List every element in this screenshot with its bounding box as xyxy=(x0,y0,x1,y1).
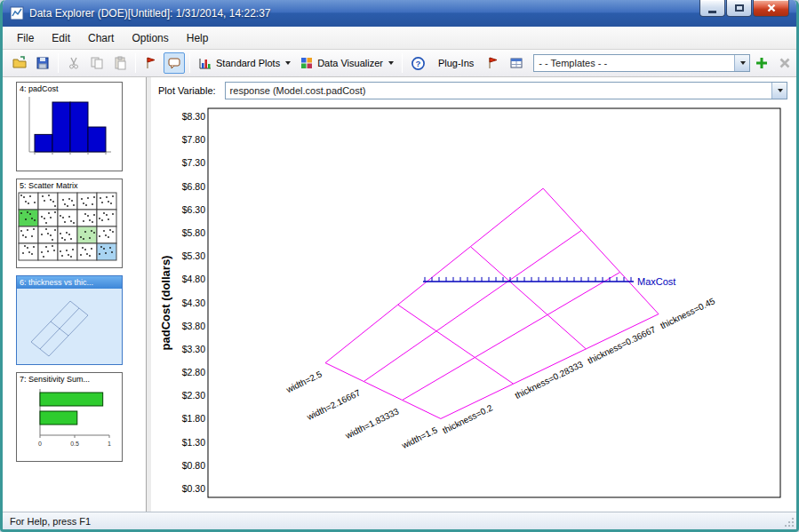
svg-text:1: 1 xyxy=(108,441,111,447)
title-bar[interactable]: Data Explorer (DOE)[Untitled]: 1/31/2014… xyxy=(3,0,796,27)
template-window-button[interactable] xyxy=(506,52,527,74)
svg-text:$5.80: $5.80 xyxy=(182,227,205,238)
svg-text:$2.30: $2.30 xyxy=(182,390,205,401)
thumbnail-padcost[interactable]: 4: padCost xyxy=(16,82,123,171)
svg-text:MaxCost: MaxCost xyxy=(637,276,675,287)
menu-bar: File Edit Chart Options Help xyxy=(3,27,796,50)
paste-icon xyxy=(113,56,127,70)
help-button[interactable]: ? xyxy=(407,52,429,75)
svg-text:$0.30: $0.30 xyxy=(182,483,205,494)
status-bar: For Help, press F1 xyxy=(3,512,796,529)
thumbnail-label: 5: Scatter Matrix xyxy=(17,179,122,190)
plot-variable-label: Plot Variable: xyxy=(158,85,216,96)
x-icon xyxy=(778,56,792,70)
menu-options[interactable]: Options xyxy=(123,28,177,48)
window-grid-icon xyxy=(509,56,523,70)
chevron-down-icon xyxy=(285,61,291,65)
carpet-plot-svg: $8.30$7.80$7.30$6.80$6.30$5.80$5.30$4.80… xyxy=(161,102,781,499)
standard-plots-label: Standard Plots xyxy=(216,58,280,68)
main-panel: Plot Variable: response (Model.cost.padC… xyxy=(151,77,796,512)
thumbnail-sidebar: 4: padCost 5: Scatter Matrix 6: thicknes… xyxy=(3,77,147,512)
thumbnail-label: 7: Sensitivity Sum... xyxy=(17,373,122,384)
menu-file[interactable]: File xyxy=(8,28,43,48)
svg-text:$8.30: $8.30 xyxy=(182,111,205,122)
open-button[interactable] xyxy=(9,52,30,74)
flag-button[interactable] xyxy=(140,52,162,74)
toolbar-separator xyxy=(58,53,59,73)
standard-plots-button[interactable]: Standard Plots xyxy=(195,52,294,74)
save-button[interactable] xyxy=(32,52,53,74)
save-icon xyxy=(36,56,50,70)
toolbar-separator xyxy=(189,53,190,73)
plugins-button[interactable]: Plug-Ins xyxy=(431,54,481,72)
minimize-icon xyxy=(708,11,716,13)
resize-grip[interactable] xyxy=(783,516,795,528)
menu-chart[interactable]: Chart xyxy=(79,28,123,48)
flag-icon xyxy=(144,56,158,70)
templates-value: - - Templates - - xyxy=(534,58,734,68)
svg-text:$7.30: $7.30 xyxy=(182,157,205,168)
bar-chart-icon xyxy=(198,56,212,70)
open-icon xyxy=(12,56,27,70)
minimize-button[interactable] xyxy=(699,0,725,17)
chevron-down-icon xyxy=(388,61,394,65)
cut-button[interactable] xyxy=(63,52,84,74)
histogram-thumbnail xyxy=(17,93,122,168)
close-button[interactable] xyxy=(753,0,789,17)
cut-icon xyxy=(67,56,81,70)
svg-text:0: 0 xyxy=(38,441,42,447)
data-visualizer-button[interactable]: Data Visualizer xyxy=(296,52,397,74)
thumbnail-thickness-vs-thickness[interactable]: 6: thickness vs thic... xyxy=(16,275,123,365)
chevron-down-icon xyxy=(740,61,746,65)
svg-text:0.5: 0.5 xyxy=(70,441,79,447)
comment-icon xyxy=(167,56,181,70)
add-template-button[interactable] xyxy=(751,52,772,74)
menu-help[interactable]: Help xyxy=(178,28,218,48)
maximize-icon xyxy=(735,4,744,12)
content-area: 4: padCost 5: Scatter Matrix 6: thicknes… xyxy=(3,77,796,512)
toolbar-separator xyxy=(135,53,136,73)
data-visualizer-label: Data Visualizer xyxy=(317,58,383,68)
svg-text:$5.30: $5.30 xyxy=(182,250,205,261)
menu-edit[interactable]: Edit xyxy=(43,28,79,48)
flag-icon xyxy=(486,56,500,70)
svg-text:$7.80: $7.80 xyxy=(182,134,205,145)
thumbnail-sensitivity-summary[interactable]: 7: Sensitivity Sum... 00.51 xyxy=(16,372,123,462)
svg-text:$4.30: $4.30 xyxy=(182,298,205,308)
svg-text:$6.80: $6.80 xyxy=(182,181,205,192)
copy-button[interactable] xyxy=(86,52,108,74)
comments-toggle-button[interactable] xyxy=(164,52,185,74)
maximize-button[interactable] xyxy=(726,0,752,17)
svg-text:$3.80: $3.80 xyxy=(182,321,205,331)
plot-variable-combobox[interactable]: response (Model.cost.padCost) xyxy=(225,82,787,99)
svg-text:$0.80: $0.80 xyxy=(182,460,205,471)
chevron-down-icon xyxy=(778,89,783,92)
thumbnail-scatter-matrix[interactable]: 5: Scatter Matrix xyxy=(16,179,123,268)
paste-button[interactable] xyxy=(109,52,131,74)
plugins-label: Plug-Ins xyxy=(438,58,474,68)
thumbnail-label: 4: padCost xyxy=(17,83,122,93)
templates-combobox[interactable]: - - Templates - - xyxy=(533,54,750,72)
svg-text:$1.80: $1.80 xyxy=(182,413,205,424)
toolbar-separator xyxy=(402,53,403,73)
data-visualizer-icon xyxy=(300,56,314,70)
svg-text:$6.30: $6.30 xyxy=(182,204,205,215)
plot-variable-dropdown-button[interactable] xyxy=(771,83,787,99)
svg-text:?: ? xyxy=(416,58,421,67)
templates-dropdown-button[interactable] xyxy=(734,55,749,71)
scatter-matrix-thumbnail xyxy=(17,190,122,265)
help-icon: ? xyxy=(411,56,426,71)
delete-template-button[interactable] xyxy=(774,52,795,74)
app-window: Data Explorer (DOE)[Untitled]: 1/31/2014… xyxy=(0,0,799,532)
plus-icon xyxy=(755,56,769,70)
carpet-thumbnail xyxy=(17,289,122,363)
sensitivity-thumbnail: 00.51 xyxy=(17,384,122,458)
svg-text:$3.30: $3.30 xyxy=(182,344,205,354)
plugins-flag-button[interactable] xyxy=(483,52,504,74)
svg-text:padCost (dollars): padCost (dollars) xyxy=(161,256,172,351)
close-icon xyxy=(766,3,777,13)
status-text: For Help, press F1 xyxy=(10,516,91,527)
chart-region: $8.30$7.80$7.30$6.80$6.30$5.80$5.30$4.80… xyxy=(161,102,781,499)
svg-text:$1.30: $1.30 xyxy=(182,437,205,448)
toolbar: Standard Plots Data Visualizer ? Plug-In… xyxy=(3,50,796,77)
